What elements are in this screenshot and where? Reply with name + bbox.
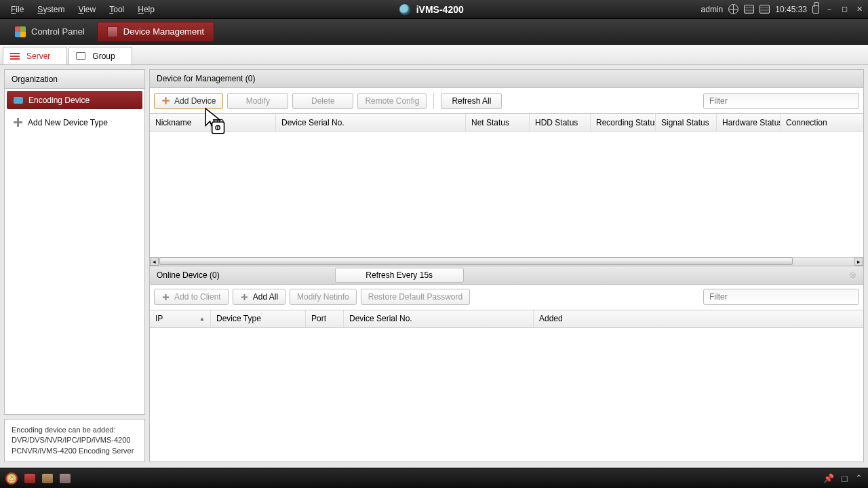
window-icon[interactable]: ◻ [841,473,848,483]
menu-file[interactable]: File [4,5,31,14]
col-port[interactable]: Port [306,310,344,327]
col-connection[interactable]: Connection [781,114,863,131]
delete-button[interactable]: Delete [292,93,353,109]
add-all-button[interactable]: Add All [233,289,285,305]
device-table-header: Nickname IP Device Serial No. Net Status… [150,114,863,131]
online-toolbar: Add to Client Add All Modify Netinfo Res… [150,285,863,310]
org-item-encoding-label: Encoding Device [28,96,90,105]
col-recording-status[interactable]: Recording Status [591,114,656,131]
col-serial[interactable]: Device Serial No. [276,114,466,131]
minimize-button[interactable]: − [825,5,834,14]
col-added[interactable]: Added [534,310,863,327]
app-title: iVMS-4200 [416,4,464,15]
col-online-serial[interactable]: Device Serial No. [344,310,534,327]
menu-system[interactable]: System [31,5,71,14]
keyboard-icon[interactable] [760,5,770,14]
add-device-label: Add Device [174,96,216,106]
refresh-interval-button[interactable]: Refresh Every 15s [335,268,464,283]
pin-icon[interactable]: 📌 [823,473,834,483]
subtab-group[interactable]: Group [68,47,132,64]
sort-asc-icon: ▲ [199,316,205,322]
horizontal-scrollbar[interactable]: ◂ ▸ [150,257,863,266]
menu-bar: File System View Tool Help iVMS-4200 adm… [0,0,868,19]
col-net-status[interactable]: Net Status [466,114,530,131]
device-filter-input[interactable] [703,93,859,109]
group-icon [76,52,85,60]
subtab-group-label: Group [92,52,115,61]
hint-line1: Encoding device can be added: [12,425,138,435]
tab-device-management[interactable]: Device Management [97,22,214,42]
col-nickname[interactable]: Nickname [150,114,211,131]
org-item-encoding-device[interactable]: Encoding Device [7,91,142,109]
alert-icon[interactable] [5,472,18,485]
app-logo-icon [399,3,411,16]
modify-button[interactable]: Modify [227,93,288,109]
subtab-server[interactable]: Server [3,47,67,64]
organization-panel: Organization Encoding Device Add New Dev… [4,69,145,415]
add-all-label: Add All [253,292,278,302]
col-signal-status[interactable]: Signal Status [656,114,717,131]
col-ip[interactable]: IP [211,114,276,131]
encoding-device-icon [14,97,23,104]
status-icon-4[interactable] [60,474,71,483]
main-tabstrip: Control Panel Device Management [0,19,868,45]
resource-icon[interactable] [744,5,754,14]
device-table-body: ◂ ▸ [150,131,863,266]
online-device-title: Online Device (0) [157,270,220,280]
col-hdd-status[interactable]: HDD Status [530,114,591,131]
plus-icon [14,118,22,127]
online-filter-input[interactable] [703,289,859,305]
online-table-body [150,328,863,462]
add-device-button[interactable]: Add Device [154,93,223,109]
close-button[interactable]: ✕ [854,5,864,14]
status-icon-3[interactable] [42,474,53,483]
modify-netinfo-button[interactable]: Modify Netinfo [290,289,357,305]
clock-label: 10:45:33 [775,5,807,14]
menu-view[interactable]: View [71,5,102,14]
user-label: admin [701,5,724,14]
refresh-all-button[interactable]: Refresh All [441,93,502,109]
toolbar-divider [433,93,434,109]
online-device-header: Online Device (0) Refresh Every 15s ⊗ [150,266,863,285]
menu-help[interactable]: Help [131,5,161,14]
remote-config-button[interactable]: Remote Config [357,93,427,109]
col-device-type[interactable]: Device Type [211,310,306,327]
expand-icon[interactable]: ⌃ [855,473,863,483]
organization-header: Organization [5,70,144,89]
status-bar: 📌 ◻ ⌃ [0,468,868,488]
scroll-left-arrow[interactable]: ◂ [150,257,159,266]
device-management-header: Device for Management (0) [150,70,863,88]
device-management-icon [107,26,118,37]
control-panel-icon [15,26,26,37]
online-table-header: IP ▲ Device Type Port Device Serial No. … [150,310,863,328]
maximize-button[interactable]: ◻ [840,5,849,14]
online-close-icon[interactable]: ⊗ [849,270,856,280]
add-icon [162,97,169,104]
org-item-add-new-type[interactable]: Add New Device Type [7,113,142,131]
col-hardware-status[interactable]: Hardware Status [717,114,781,131]
subtab-server-label: Server [26,52,50,61]
scroll-right-arrow[interactable]: ▸ [854,257,863,266]
plus-icon [163,293,169,300]
col-online-ip[interactable]: IP ▲ [150,310,211,327]
globe-icon[interactable] [728,4,738,14]
sub-tabstrip: Server Group [0,45,868,65]
plus-icon [241,293,248,300]
add-to-client-label: Add to Client [174,292,221,302]
tab-control-panel-label: Control Panel [31,26,85,37]
tab-device-management-label: Device Management [123,26,204,37]
status-icon-2[interactable] [24,474,35,483]
org-item-add-new-label: Add New Device Type [28,118,108,127]
server-icon [10,53,20,60]
device-toolbar: Add Device Modify Delete Remote Config R… [150,88,863,114]
scroll-thumb[interactable] [159,258,793,265]
add-to-client-button[interactable]: Add to Client [154,289,229,305]
restore-password-button[interactable]: Restore Default Password [361,289,470,305]
hint-line2: DVR/DVS/NVR/IPC/IPD/iVMS-4200 PCNVR/iVMS… [12,435,138,456]
lock-icon[interactable] [812,5,819,14]
menu-tool[interactable]: Tool [102,5,131,14]
hint-panel: Encoding device can be added: DVR/DVS/NV… [4,419,145,462]
tab-control-panel[interactable]: Control Panel [5,22,94,42]
